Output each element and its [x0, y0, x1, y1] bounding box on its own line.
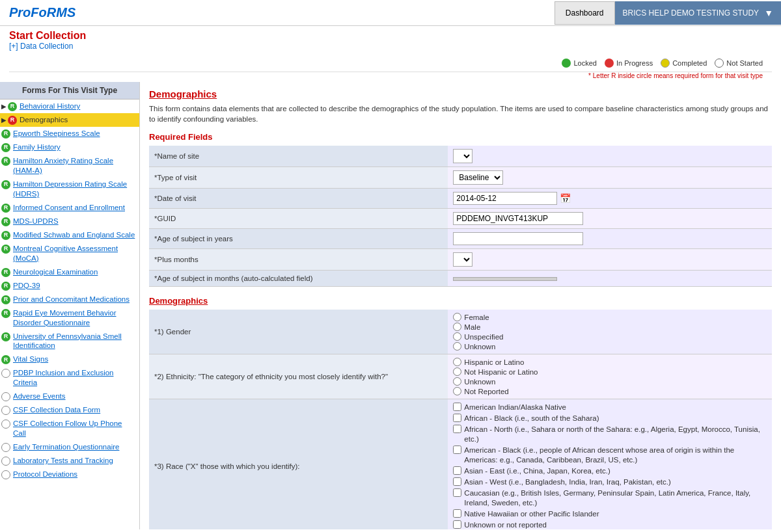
checkbox-input-2-4[interactable]: [453, 466, 461, 475]
sidebar-link-schwab[interactable]: Modified Schwab and England Scale: [13, 230, 135, 240]
field-control-3[interactable]: [448, 209, 772, 229]
sidebar-item-informed-consent[interactable]: RInformed Consent and Enrollment: [0, 201, 139, 215]
sidebar-link-early-termination[interactable]: Early Termination Questionnaire: [13, 442, 119, 452]
checkbox-input-2-5[interactable]: [453, 477, 461, 486]
checkbox-option-2-7[interactable]: Native Hawaiian or other Pacific Islande…: [453, 509, 767, 519]
checkbox-input-2-2[interactable]: [453, 425, 461, 433]
sidebar-item-behavioral-history[interactable]: ▶RBehavioral History: [0, 100, 139, 113]
sidebar-item-demographics[interactable]: ▶RDemographics: [0, 113, 139, 127]
sidebar-link-csf-followup[interactable]: CSF Collection Follow Up Phone Call: [13, 419, 137, 438]
type-of-visit-select[interactable]: Baseline: [453, 170, 503, 185]
sidebar-item-mds-updrs[interactable]: RMDS-UPDRS: [0, 215, 139, 228]
data-collection-link[interactable]: [+] Data Collection: [9, 42, 73, 51]
field-control-6[interactable]: [448, 271, 772, 287]
dashboard-button[interactable]: Dashboard: [555, 1, 615, 25]
radio-input-1-2[interactable]: [453, 377, 461, 386]
sidebar-link-vital-signs[interactable]: Vital Signs: [13, 354, 48, 364]
checkbox-input-2-3[interactable]: [453, 446, 461, 454]
radio-option-0-2[interactable]: Unspecified: [453, 332, 767, 341]
sidebar-link-protocol-deviations[interactable]: Protocol Deviations: [13, 470, 77, 479]
question-options-1[interactable]: Hispanic or Latino Not Hispanic or Latin…: [448, 354, 772, 399]
field-control-2[interactable]: 📅: [448, 189, 772, 209]
radio-input-1-3[interactable]: [453, 387, 461, 395]
sidebar-item-epworth[interactable]: REpworth Sleepiness Scale: [0, 127, 139, 140]
sidebar-item-early-termination[interactable]: Early Termination Questionnaire: [0, 440, 139, 454]
sidebar-item-family-history[interactable]: RFamily History: [0, 140, 139, 154]
text-input-4[interactable]: [453, 232, 583, 245]
radio-input-0-1[interactable]: [453, 323, 461, 331]
checkbox-option-2-2[interactable]: African - North (i.e., Sahara or north o…: [453, 425, 767, 444]
sidebar-item-adverse-events[interactable]: Adverse Events: [0, 390, 139, 403]
sidebar-item-prior-concomitant[interactable]: RPrior and Concomitant Medications: [0, 293, 139, 306]
sidebar-link-lab-tests[interactable]: Laboratory Tests and Tracking: [13, 456, 113, 466]
date-input[interactable]: [453, 192, 557, 205]
checkbox-input-2-1[interactable]: [453, 414, 461, 422]
sidebar-link-neuro-exam[interactable]: Neurological Examination: [13, 267, 98, 277]
select-0[interactable]: [453, 149, 473, 163]
sidebar-link-mds-updrs[interactable]: MDS-UPDRS: [13, 217, 59, 226]
radio-option-0-0[interactable]: Female: [453, 313, 767, 321]
sidebar-link-behavioral-history[interactable]: Behavioral History: [20, 101, 80, 111]
checkbox-option-2-8[interactable]: Unknown or not reported: [453, 520, 767, 530]
sidebar-link-epworth[interactable]: Epworth Sleepiness Scale: [13, 129, 100, 139]
text-input-3[interactable]: [453, 212, 583, 225]
checkbox-input-2-7[interactable]: [453, 509, 461, 518]
sidebar-link-pdbp-inclusion[interactable]: PDBP Inclusion and Exclusion Criteria: [13, 368, 137, 388]
radio-input-0-0[interactable]: [453, 313, 461, 321]
sidebar-link-moca[interactable]: Montreal Cognitive Assessment (MoCA): [13, 244, 137, 263]
radio-option-1-3[interactable]: Not Reported: [453, 387, 767, 395]
field-control-0[interactable]: [448, 146, 772, 167]
sidebar-item-hamilton-anxiety[interactable]: RHamilton Anxiety Rating Scale (HAM-A): [0, 154, 139, 178]
checkbox-input-2-8[interactable]: [453, 520, 461, 529]
radio-input-0-3[interactable]: [453, 342, 461, 351]
radio-option-0-3[interactable]: Unknown: [453, 342, 767, 351]
sidebar-link-hamilton-depression[interactable]: Hamilton Depression Rating Scale (HDRS): [13, 180, 137, 199]
sidebar-item-lab-tests[interactable]: Laboratory Tests and Tracking: [0, 454, 139, 468]
sidebar-link-rem[interactable]: Rapid Eye Movement Behavior Disorder Que…: [13, 308, 137, 328]
calendar-icon[interactable]: 📅: [560, 193, 571, 204]
checkbox-option-2-0[interactable]: American Indian/Alaska Native: [453, 403, 767, 412]
checkbox-input-2-6[interactable]: [453, 488, 461, 497]
checkbox-option-2-3[interactable]: American - Black (i.e., people of Africa…: [453, 446, 767, 465]
sidebar-item-hamilton-depression[interactable]: RHamilton Depression Rating Scale (HDRS): [0, 178, 139, 201]
radio-input-1-1[interactable]: [453, 367, 461, 376]
sidebar-link-upenn-smell[interactable]: University of Pennsylvania Smell Identif…: [13, 332, 137, 351]
checkbox-option-2-5[interactable]: Asian - West (i.e., Bangladesh, India, I…: [453, 477, 767, 487]
field-control-1[interactable]: Baseline: [448, 167, 772, 189]
sidebar-item-vital-signs[interactable]: RVital Signs: [0, 352, 139, 366]
sidebar-item-csf-collection[interactable]: CSF Collection Data Form: [0, 403, 139, 417]
sidebar-link-family-history[interactable]: Family History: [13, 142, 61, 152]
field-control-5[interactable]: [448, 249, 772, 271]
study-selector[interactable]: BRICS HELP DEMO TESTING STUDY ▼: [615, 1, 781, 25]
question-options-0[interactable]: Female Male Unspecified Unknown: [448, 310, 772, 354]
sidebar-item-pdq39[interactable]: RPDQ-39: [0, 279, 139, 293]
sidebar-item-protocol-deviations[interactable]: Protocol Deviations: [0, 468, 139, 481]
sidebar-link-adverse-events[interactable]: Adverse Events: [13, 392, 66, 401]
sidebar-link-hamilton-anxiety[interactable]: Hamilton Anxiety Rating Scale (HAM-A): [13, 156, 137, 176]
sidebar-item-neuro-exam[interactable]: RNeurological Examination: [0, 265, 139, 279]
select-5[interactable]: [453, 252, 473, 267]
sidebar-item-upenn-smell[interactable]: RUniversity of Pennsylvania Smell Identi…: [0, 330, 139, 353]
sidebar-link-informed-consent[interactable]: Informed Consent and Enrollment: [13, 203, 125, 213]
r-badge-informed-consent: R: [1, 204, 10, 213]
radio-input-1-0[interactable]: [453, 358, 461, 366]
radio-option-1-0[interactable]: Hispanic or Latino: [453, 358, 767, 366]
sidebar-item-moca[interactable]: RMontreal Cognitive Assessment (MoCA): [0, 242, 139, 265]
sidebar-link-csf-collection[interactable]: CSF Collection Data Form: [13, 405, 100, 415]
sidebar-link-prior-concomitant[interactable]: Prior and Concomitant Medications: [13, 295, 130, 304]
sidebar-link-pdq39[interactable]: PDQ-39: [13, 281, 40, 291]
radio-option-1-2[interactable]: Unknown: [453, 377, 767, 386]
radio-input-0-2[interactable]: [453, 332, 461, 341]
checkbox-option-2-6[interactable]: Caucasian (e.g., British Isles, Germany,…: [453, 488, 767, 508]
question-options-2[interactable]: American Indian/Alaska Native African - …: [448, 399, 772, 529]
sidebar-item-pdbp-inclusion[interactable]: PDBP Inclusion and Exclusion Criteria: [0, 366, 139, 390]
sidebar-item-csf-followup[interactable]: CSF Collection Follow Up Phone Call: [0, 417, 139, 440]
checkbox-input-2-0[interactable]: [453, 403, 461, 411]
sidebar-item-rem[interactable]: RRapid Eye Movement Behavior Disorder Qu…: [0, 306, 139, 330]
checkbox-option-2-4[interactable]: Asian - East (i.e., China, Japan, Korea,…: [453, 466, 767, 476]
field-control-4[interactable]: [448, 229, 772, 249]
radio-option-0-1[interactable]: Male: [453, 323, 767, 331]
radio-option-1-1[interactable]: Not Hispanic or Latino: [453, 367, 767, 376]
checkbox-option-2-1[interactable]: African - Black (i.e., south of the Saha…: [453, 414, 767, 423]
sidebar-item-schwab[interactable]: RModified Schwab and England Scale: [0, 228, 139, 242]
